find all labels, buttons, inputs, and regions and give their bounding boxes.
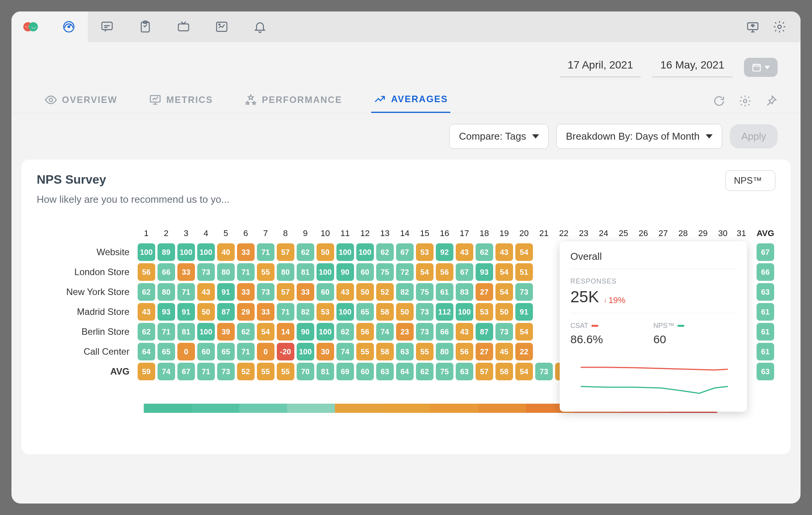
breakdown-select[interactable]: Breakdown By: Days of Month <box>556 124 722 149</box>
heatmap-cell[interactable]: 65 <box>356 303 374 321</box>
heatmap-cell[interactable]: 73 <box>257 283 274 301</box>
heatmap-cell[interactable]: 82 <box>396 283 414 301</box>
heatmap-cell[interactable]: 100 <box>317 263 334 281</box>
heatmap-cell[interactable]: 60 <box>197 343 215 360</box>
heatmap-cell[interactable]: 72 <box>396 263 414 281</box>
heatmap-cell[interactable]: 81 <box>297 263 314 281</box>
heatmap-cell[interactable]: 83 <box>456 283 473 301</box>
apply-button[interactable]: Apply <box>730 124 778 148</box>
heatmap-cell[interactable]: 60 <box>356 363 374 380</box>
heatmap-cell[interactable]: 100 <box>197 243 215 261</box>
nav-report[interactable] <box>203 11 241 42</box>
heatmap-cell[interactable]: 73 <box>535 363 553 380</box>
heatmap-cell[interactable]: 29 <box>237 303 255 321</box>
heatmap-cell[interactable]: 50 <box>317 243 334 261</box>
heatmap-cell[interactable]: 64 <box>396 363 414 380</box>
heatmap-cell[interactable]: 80 <box>217 263 235 281</box>
heatmap-cell[interactable]: 62 <box>336 323 354 341</box>
heatmap-cell[interactable]: 93 <box>158 303 175 321</box>
heatmap-cell[interactable]: 100 <box>297 343 314 360</box>
heatmap-cell[interactable]: 81 <box>317 363 334 380</box>
date-end[interactable]: 16 May, 2021 <box>652 57 732 77</box>
heatmap-cell[interactable]: 50 <box>356 283 374 301</box>
heatmap-cell[interactable]: 54 <box>257 323 274 341</box>
nav-chat[interactable] <box>88 11 126 42</box>
heatmap-cell[interactable]: 87 <box>217 303 235 321</box>
heatmap-cell[interactable]: 27 <box>476 343 493 360</box>
nav-dashboard[interactable] <box>50 11 88 42</box>
heatmap-cell[interactable]: 65 <box>217 343 235 360</box>
heatmap-cell[interactable]: 73 <box>495 323 513 341</box>
heatmap-cell[interactable]: 33 <box>237 283 255 301</box>
heatmap-cell[interactable]: 75 <box>376 263 394 281</box>
heatmap-cell[interactable]: 55 <box>416 343 434 360</box>
heatmap-cell[interactable]: 45 <box>495 343 513 360</box>
heatmap-cell[interactable]: 0 <box>257 343 274 360</box>
heatmap-cell[interactable]: 81 <box>177 323 195 341</box>
heatmap-cell[interactable]: 43 <box>138 303 155 321</box>
heatmap-cell[interactable]: 67 <box>396 243 414 261</box>
heatmap-cell[interactable]: 100 <box>456 303 473 321</box>
heatmap-cell[interactable]: 54 <box>515 363 533 380</box>
heatmap-cell[interactable]: 43 <box>456 323 473 341</box>
pin-icon[interactable] <box>765 95 778 108</box>
heatmap-cell[interactable]: 100 <box>138 243 155 261</box>
heatmap-cell[interactable]: 33 <box>237 243 255 261</box>
nav-settings[interactable] <box>766 11 793 42</box>
heatmap-cell[interactable]: 80 <box>436 343 453 360</box>
heatmap-cell[interactable]: 74 <box>336 343 354 360</box>
heatmap-cell[interactable]: 0 <box>177 343 195 360</box>
heatmap-cell[interactable]: 62 <box>237 323 255 341</box>
heatmap-cell[interactable]: 59 <box>138 363 155 380</box>
heatmap-cell[interactable]: 53 <box>476 303 493 321</box>
heatmap-cell[interactable]: 63 <box>456 363 473 380</box>
calendar-button[interactable] <box>744 58 778 77</box>
heatmap-cell[interactable]: 57 <box>277 283 294 301</box>
heatmap-cell[interactable]: 100 <box>197 323 215 341</box>
heatmap-cell[interactable]: 71 <box>158 323 175 341</box>
date-start[interactable]: 17 April, 2021 <box>560 57 641 77</box>
heatmap-cell[interactable]: 54 <box>495 283 513 301</box>
heatmap-cell[interactable]: 62 <box>138 283 155 301</box>
heatmap-cell[interactable]: 73 <box>416 303 434 321</box>
heatmap-cell[interactable]: 54 <box>515 323 533 341</box>
heatmap-cell[interactable]: 43 <box>495 243 513 261</box>
heatmap-cell[interactable]: 93 <box>476 263 493 281</box>
heatmap-cell[interactable]: 54 <box>515 243 533 261</box>
heatmap-cell[interactable]: 62 <box>297 243 314 261</box>
heatmap-cell[interactable]: 71 <box>257 243 274 261</box>
heatmap-cell[interactable]: 63 <box>396 343 414 360</box>
heatmap-cell[interactable]: 71 <box>177 283 195 301</box>
nav-tv[interactable] <box>164 11 203 42</box>
heatmap-cell[interactable]: 71 <box>237 343 255 360</box>
heatmap-cell[interactable]: 100 <box>317 323 334 341</box>
heatmap-cell[interactable]: 14 <box>277 323 294 341</box>
heatmap-cell[interactable]: 40 <box>217 243 235 261</box>
heatmap-cell[interactable]: 50 <box>197 303 215 321</box>
heatmap-cell[interactable]: 54 <box>416 263 434 281</box>
heatmap-cell[interactable]: 100 <box>336 243 354 261</box>
gear-icon[interactable] <box>739 95 752 108</box>
heatmap-cell[interactable]: 100 <box>336 303 354 321</box>
heatmap-cell[interactable]: 91 <box>217 283 235 301</box>
heatmap-cell[interactable]: 57 <box>277 243 294 261</box>
heatmap-cell[interactable]: 52 <box>237 363 255 380</box>
heatmap-cell[interactable]: 61 <box>436 283 453 301</box>
heatmap-cell[interactable]: 60 <box>317 283 334 301</box>
nav-notifications[interactable] <box>241 11 279 42</box>
heatmap-cell[interactable]: 67 <box>177 363 195 380</box>
heatmap-cell[interactable]: 33 <box>257 303 274 321</box>
heatmap-cell[interactable]: 90 <box>336 263 354 281</box>
heatmap-cell[interactable]: 62 <box>138 323 155 341</box>
heatmap-cell[interactable]: 51 <box>515 263 533 281</box>
heatmap-cell[interactable]: 22 <box>515 343 533 360</box>
heatmap-cell[interactable]: 52 <box>376 283 394 301</box>
heatmap-cell[interactable]: 91 <box>515 303 533 321</box>
heatmap-cell[interactable]: 50 <box>495 303 513 321</box>
heatmap-cell[interactable]: 71 <box>197 363 215 380</box>
heatmap-cell[interactable]: 54 <box>495 263 513 281</box>
heatmap-cell[interactable]: 80 <box>158 283 175 301</box>
heatmap-cell[interactable]: 43 <box>456 243 473 261</box>
heatmap-cell[interactable]: 100 <box>356 243 374 261</box>
heatmap-cell[interactable]: 71 <box>237 263 255 281</box>
